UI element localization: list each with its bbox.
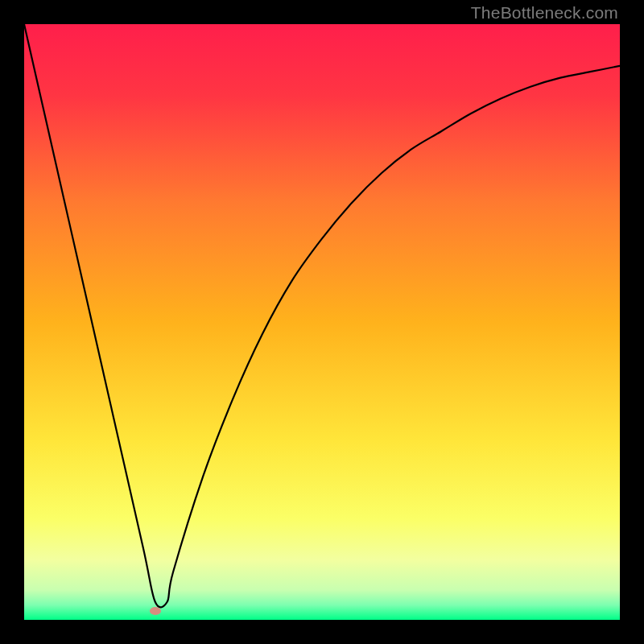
watermark-text: TheBottleneck.com bbox=[471, 3, 618, 23]
chart-frame: TheBottleneck.com bbox=[0, 0, 644, 644]
bottleneck-curve bbox=[24, 24, 620, 620]
plot-area bbox=[24, 24, 620, 620]
optimal-point-marker bbox=[150, 607, 161, 615]
